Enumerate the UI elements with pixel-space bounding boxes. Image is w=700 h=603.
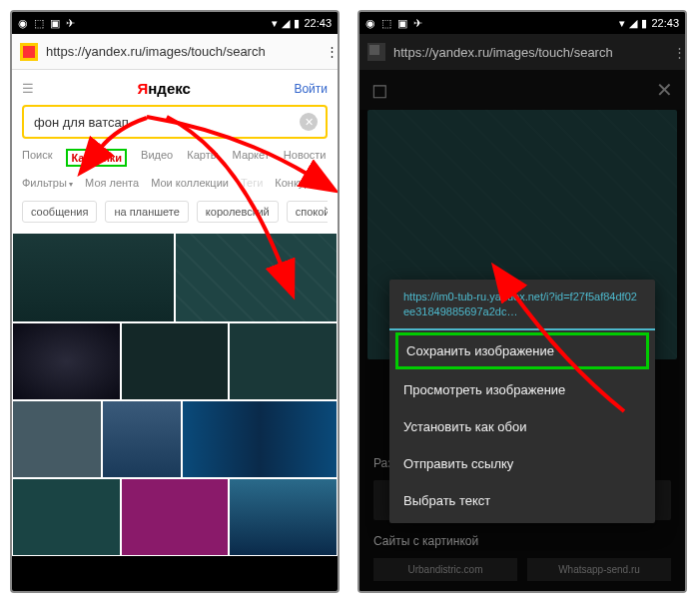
clock: 22:43 [651,17,679,29]
context-menu: https://im0-tub-ru.yandex.net/i?id=f27f5… [389,280,655,523]
image-thumb[interactable] [175,233,338,322]
tab-news[interactable]: Новости [284,149,327,167]
yandex-logo[interactable]: Яндекс [138,80,191,97]
tab-images[interactable]: Картинки [66,149,127,167]
image-thumb[interactable] [12,400,102,478]
image-thumb[interactable] [12,478,121,556]
image-results [12,233,338,556]
chip[interactable]: королевский [197,201,279,223]
tab-market[interactable]: Маркет [233,149,270,167]
image-viewer: ◻ ✕ Размеры Большая 1580×1238 Средняя 50… [359,70,685,591]
filter-feed[interactable]: Моя лента [85,177,139,189]
chip[interactable]: на планшете [105,201,188,223]
login-link[interactable]: Войти [294,82,328,96]
search-header: ☰ Яндекс Войти ✕ Поиск Картинки Видео Ка… [12,70,338,233]
phone-right: ◉ ⬚ ▣ ✈ ▾ ◢ ▮ 22:43 https://yandex.ru/im… [357,10,687,593]
filters-dropdown[interactable]: Фильтры [22,177,73,189]
battery-icon: ▮ [641,17,647,30]
app-icon: ◉ [365,17,375,30]
image-thumb[interactable] [182,400,338,478]
statusbar: ◉ ⬚ ▣ ✈ ▾ ◢ ▮ 22:43 [12,12,338,34]
image-thumb[interactable] [12,322,121,400]
battery-icon: ▮ [294,17,300,30]
url-text: https://yandex.ru/images/touch/search [393,45,665,60]
menu-send-link[interactable]: Отправить ссылку [389,445,655,482]
bookmark-icon[interactable]: ◻ [371,78,388,102]
filter-contests[interactable]: Конкурсы [275,177,323,189]
telegram-icon: ✈ [66,17,75,30]
clock: 22:43 [304,17,332,29]
search-input[interactable] [34,115,300,130]
context-url: https://im0-tub-ru.yandex.net/i?id=f27f5… [389,280,655,330]
image-thumb[interactable] [229,478,338,556]
image-thumb[interactable] [229,322,338,400]
phone-left: ◉ ⬚ ▣ ✈ ▾ ◢ ▮ 22:43 https://yandex.ru/im… [10,10,340,593]
wifi-icon: ▾ [619,17,625,30]
svg-rect-4 [369,45,379,55]
favicon [20,43,38,61]
image-thumb[interactable] [12,233,175,322]
menu-set-wallpaper[interactable]: Установить как обои [389,408,655,445]
chip[interactable]: сообщения [22,201,97,223]
url-bar[interactable]: https://yandex.ru/images/touch/search ⋮ [359,34,685,70]
tab-search[interactable]: Поиск [22,149,52,167]
image-thumb[interactable] [121,478,230,556]
signal-icon: ◢ [282,17,290,30]
close-icon[interactable]: ✕ [656,78,673,102]
status-icon: ▣ [397,17,407,30]
url-text: https://yandex.ru/images/touch/search [46,44,318,59]
more-icon[interactable]: ⋮ [673,45,677,60]
status-icon: ▣ [50,17,60,30]
status-icon: ⬚ [34,17,44,30]
favicon [367,43,385,61]
status-icon: ⬚ [381,17,391,30]
signal-icon: ◢ [629,17,637,30]
telegram-icon: ✈ [413,17,422,30]
filter-row: Фильтры Моя лента Мои коллекции Теги Кон… [22,173,328,197]
menu-select-text[interactable]: Выбрать текст [389,482,655,519]
image-thumb[interactable] [121,322,230,400]
filter-collections[interactable]: Мои коллекции [151,177,229,189]
svg-rect-1 [23,46,35,58]
category-tabs: Поиск Картинки Видео Карты Маркет Новост… [22,139,328,173]
filter-tags[interactable]: Теги [241,177,263,189]
chip[interactable]: спокойны [287,201,328,223]
tab-maps[interactable]: Карты [187,149,218,167]
menu-save-image[interactable]: Сохранить изображение [395,332,649,369]
menu-view-image[interactable]: Просмотреть изображение [389,371,655,408]
tab-video[interactable]: Видео [141,149,173,167]
statusbar: ◉ ⬚ ▣ ✈ ▾ ◢ ▮ 22:43 [359,12,685,34]
suggestion-chips: сообщения на планшете королевский спокой… [22,197,328,233]
hamburger-icon[interactable]: ☰ [22,81,34,96]
app-icon: ◉ [18,17,28,30]
search-input-box[interactable]: ✕ [22,105,328,139]
clear-icon[interactable]: ✕ [300,113,318,131]
image-thumb[interactable] [102,400,181,478]
url-bar[interactable]: https://yandex.ru/images/touch/search ⋮ [12,34,338,70]
wifi-icon: ▾ [272,17,278,30]
more-icon[interactable]: ⋮ [326,44,330,59]
